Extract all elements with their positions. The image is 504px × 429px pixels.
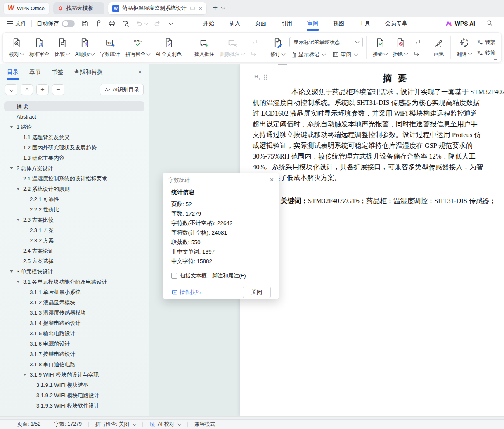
pen-button[interactable]: 画笔 (431, 36, 447, 59)
outline-item-16[interactable]: 3 单元模块设计 (0, 266, 149, 277)
outline-item-10[interactable]: 2.2.2 性价比 (0, 204, 149, 215)
menu-item-4[interactable]: 审阅 (307, 17, 319, 31)
outline-item-0[interactable]: 摘 要 (4, 101, 144, 111)
outline-item-25[interactable]: 3.1.8 串口通信电路 (0, 359, 149, 370)
sidebar-tab-find-replace[interactable]: 查找和替换 (73, 65, 103, 80)
hamburger-icon[interactable] (7, 21, 13, 26)
outline-item-5[interactable]: 1.3 研究主要内容 (0, 153, 149, 163)
tab-list-chevron-icon[interactable] (221, 6, 225, 10)
print-button[interactable] (108, 19, 116, 28)
close-button[interactable]: 关闭 (243, 287, 271, 298)
outline-item-6[interactable]: 2 总体方案设计 (0, 163, 149, 173)
outline-item-3[interactable]: 1.1 选题背景及意义 (0, 132, 149, 142)
outline-item-24[interactable]: 3.1.7 按键电路设计 (0, 349, 149, 359)
sidebar-close-icon[interactable]: × (138, 68, 142, 76)
tips-link[interactable]: 操作技巧 (171, 289, 201, 296)
menu-item-0[interactable]: 开始 (203, 17, 215, 31)
collapse-arrow-icon[interactable] (10, 270, 17, 273)
standard-review-button[interactable]: 标准审查 (26, 36, 52, 59)
prev-change-button[interactable] (412, 38, 421, 46)
outline-item-29[interactable]: 3.1.9.3 WIFI 模块软件设计 (0, 401, 149, 411)
ai-polish-button[interactable]: AI 全文润色 (153, 36, 185, 59)
show-markup-button[interactable]: 显示标记 (289, 51, 325, 58)
wps-ai-button[interactable]: WPS AI (445, 20, 475, 27)
ai-read-button[interactable]: AI朗读 (72, 36, 97, 59)
outline-item-26[interactable]: 3.1.9 WIFI 模块的设计与实现 (0, 370, 149, 380)
collapse-arrow-icon[interactable] (23, 374, 30, 376)
sidebar-tab-bookmarks[interactable]: 书签 (51, 65, 64, 80)
outline-item-19[interactable]: 3.1.2 液晶显示模块 (0, 297, 149, 308)
document-page[interactable]: H1 摘 要 本论文聚焦于药品柜环境管理需求，设计并实现了一套基于 STM32F… (240, 64, 504, 416)
word-count-button[interactable]: 12字数统计 (97, 36, 123, 59)
status-page[interactable]: 页面: 1/52 (17, 421, 40, 428)
ai-recognize-toc-button[interactable]: AI识别目录 (100, 84, 144, 95)
save-button[interactable] (80, 19, 89, 28)
outline-item-9[interactable]: 2.2.1 可靠性 (0, 194, 149, 204)
sidebar-tab-toc[interactable]: 目录 (7, 65, 19, 80)
outline-item-20[interactable]: 3.1.3 温湿度传感器模块 (0, 308, 149, 318)
outline-item-28[interactable]: 3.1.9.2 WIFI 模块电路设计 (0, 390, 149, 401)
print-preview-button[interactable] (121, 19, 130, 28)
outline-item-14[interactable]: 2.4 方案论证 (0, 246, 149, 256)
menu-item-2[interactable]: 页面 (255, 17, 267, 31)
status-ai-proof[interactable]: AI 校对 (149, 421, 181, 428)
tab-window-icon[interactable] (189, 5, 196, 12)
collapse-arrow-icon[interactable] (17, 219, 23, 221)
outline-item-23[interactable]: 3.1.6 电源的设计 (0, 339, 149, 349)
status-spellcheck[interactable]: 拼写检查: 关闭 (95, 421, 136, 428)
outline-item-4[interactable]: 1.2 国内外研究现状及发展趋势 (0, 142, 149, 153)
menu-item-1[interactable]: 插入 (229, 17, 241, 31)
tab-docer[interactable]: 找稻壳模板 (53, 2, 104, 14)
outline-item-17[interactable]: 3.1 各单元模块功能介绍及电路设计 (0, 277, 149, 287)
collapse-arrow-icon[interactable] (10, 126, 17, 128)
zoom-in-outline-button[interactable]: + (36, 84, 49, 95)
outline-item-21[interactable]: 3.1.4 报警电路的设计 (0, 318, 149, 328)
menu-item-7[interactable]: 会员专享 (385, 17, 408, 31)
dialog-launcher-icon[interactable] (494, 57, 497, 60)
tab-close-icon[interactable]: × (199, 5, 202, 12)
collapse-button[interactable] (5, 84, 17, 95)
markup-state-select[interactable]: 显示标记的最终状态 (289, 37, 363, 47)
outline-item-18[interactable]: 3.1.1 单片机最小系统 (0, 287, 149, 297)
collapse-arrow-icon[interactable] (10, 167, 17, 169)
spell-check-button[interactable]: ABC拼写检查 (123, 36, 153, 59)
outline-item-13[interactable]: 2.3.2 方案二 (0, 235, 149, 246)
proofread-button[interactable]: 校对 (6, 36, 26, 59)
export-pdf-button[interactable] (94, 19, 102, 28)
outline-item-11[interactable]: 2.3 方案比较 (0, 215, 149, 225)
next-change-button[interactable] (412, 50, 421, 57)
translate-button[interactable]: 文A翻译 (454, 36, 474, 59)
outline-item-7[interactable]: 2.1 温湿度控制系统的设计指标要求 (0, 173, 149, 184)
expand-button[interactable] (21, 84, 33, 95)
autosave-toggle[interactable] (62, 20, 75, 27)
search-button[interactable] (485, 19, 493, 28)
outline-item-8[interactable]: 2.2 系统设计的原则 (0, 184, 149, 194)
outline-item-12[interactable]: 2.3.1 方案一 (0, 225, 149, 235)
compare-button[interactable]: 比较 (52, 36, 72, 59)
status-compat-mode[interactable]: 兼容模式 (194, 421, 215, 428)
to-simplified-button[interactable]: 繁转简 (476, 49, 495, 57)
outline-item-22[interactable]: 3.1.5 输出电路设计 (0, 328, 149, 339)
outline-item-1[interactable]: Abstract (0, 111, 149, 122)
accept-button[interactable]: 接受 (370, 36, 390, 59)
reviewing-pane-button[interactable]: 审阅 (332, 51, 357, 58)
menu-item-5[interactable]: 视图 (333, 17, 345, 31)
reject-button[interactable]: 拒绝 (390, 36, 410, 59)
tab-wps-office[interactable]: W WPS Office (3, 2, 50, 14)
include-footnotes-checkbox[interactable] (171, 273, 177, 279)
chevron-more-button[interactable] (167, 19, 175, 28)
collapse-arrow-icon[interactable] (17, 188, 23, 190)
new-tab-button[interactable]: + (213, 3, 218, 13)
zoom-out-outline-button[interactable]: − (52, 84, 64, 95)
to-traditional-button[interactable]: 简转繁 (476, 38, 495, 46)
horizontal-scrollbar[interactable] (0, 416, 504, 419)
menu-item-6[interactable]: 工具 (359, 17, 371, 31)
outline-item-15[interactable]: 2.5 方案选择 (0, 256, 149, 266)
dialog-close-icon[interactable]: × (270, 176, 274, 184)
status-words[interactable]: 字数: 17279 (54, 421, 82, 428)
menu-item-3[interactable]: 引用 (281, 17, 293, 31)
outline-item-27[interactable]: 3.1.9.1 WIFI 模块选型 (0, 380, 149, 390)
collapse-arrow-icon[interactable] (17, 281, 23, 283)
insert-comment-button[interactable]: 插入批注 (192, 36, 217, 59)
file-menu[interactable]: 文件 (15, 20, 26, 27)
